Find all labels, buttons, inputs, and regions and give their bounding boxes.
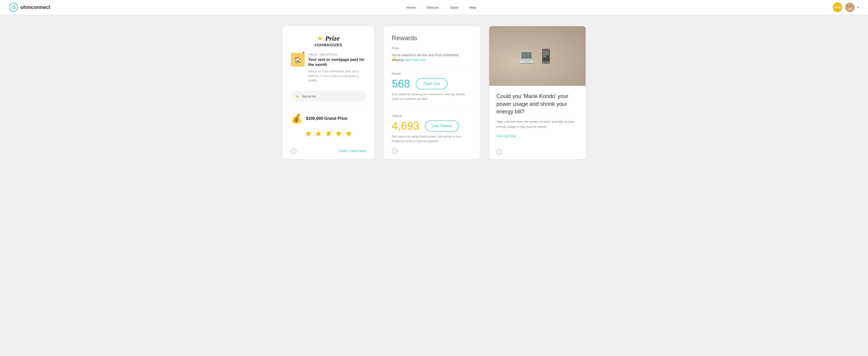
- logo[interactable]: ohmconnect: [9, 3, 50, 12]
- rewards-card-footer: ?: [392, 144, 472, 154]
- prize-date: Feb 17 - Mar 03 Prize: [308, 53, 366, 56]
- tokens-value: 4,693: [392, 121, 420, 131]
- prize-star-icon: ★: [317, 35, 323, 42]
- nav-store[interactable]: Store: [450, 5, 458, 9]
- avatar[interactable]: 🐕: [845, 2, 855, 12]
- star-5-icon: ★: [345, 129, 352, 139]
- logo-text: ohmconnect: [20, 4, 50, 10]
- tokens-desc: Get tokens by using OhmConnect. Win priz…: [392, 134, 472, 143]
- prize-help-icon[interactable]: ?: [291, 148, 297, 154]
- grand-prize-row: 💰 $100,000 Grand Prize: [291, 113, 366, 124]
- tokens-label: Tokens: [392, 114, 472, 118]
- article-card: Could you 'Marie Kondo' your power usage…: [489, 26, 586, 159]
- prize-header: ★ Prize #OHMHOURS: [291, 34, 366, 47]
- svg-point-0: [9, 3, 18, 11]
- points-label: Points: [392, 72, 472, 75]
- prize-section-label: Prize: [392, 46, 472, 50]
- prize-desc: Beat your Prize #OhmHour goal, get a ref…: [308, 69, 366, 83]
- nav-help[interactable]: Help: [469, 5, 476, 9]
- star-1-icon: ★: [304, 129, 312, 139]
- rewards-divider-2: [392, 109, 472, 109]
- use-tokens-button[interactable]: Use Tokens: [425, 121, 459, 131]
- prize-divider: [291, 109, 366, 109]
- star-4-icon: ★: [335, 129, 343, 139]
- nav-chevron-icon[interactable]: ▾: [858, 6, 859, 9]
- prize-icon: 🏠: [291, 53, 305, 67]
- youre-in-badge: ★ You're in!: [291, 91, 366, 102]
- navbar: ohmconnect Home Devices Store Help Gold …: [0, 0, 868, 15]
- prize-title: Prize: [325, 34, 340, 42]
- nav-links: Home Devices Store Help: [407, 5, 476, 9]
- prize-name: Your rent or mortgage paid for the month: [308, 57, 366, 67]
- article-body: Could you 'Marie Kondo' your power usage…: [489, 86, 586, 159]
- article-card-footer: ?: [497, 145, 578, 155]
- prize-card: ★ Prize #OHMHOURS 🏠 Feb 17 - Mar 03 Priz…: [283, 26, 374, 159]
- money-bag-icon: 💰: [291, 113, 302, 124]
- prize-title-row: ★ Prize: [291, 34, 366, 42]
- rewards-title: Rewards: [392, 34, 472, 42]
- nav-right: Gold 🐕 ▾: [833, 2, 859, 12]
- points-row: 568 Cash Out: [392, 78, 472, 89]
- points-value: 568: [392, 78, 410, 89]
- rewards-help-icon[interactable]: ?: [392, 148, 397, 154]
- prize-info: Feb 17 - Mar 03 Prize Your rent or mortg…: [308, 53, 366, 83]
- prize-card-footer: ? Learn more here: [291, 145, 366, 154]
- prize-date-row: 🏠 Feb 17 - Mar 03 Prize Your rent or mor…: [291, 53, 366, 83]
- grand-prize-text: $100,000 Grand Prize: [306, 116, 347, 121]
- stars-row: ★ ★ ★ ★ ★: [291, 129, 366, 139]
- gold-badge[interactable]: Gold: [833, 2, 842, 12]
- article-help-icon[interactable]: ?: [497, 149, 502, 155]
- youre-in-star-icon: ★: [296, 94, 300, 99]
- prize-hashtag: #OHMHOURS: [291, 43, 366, 47]
- star-2-icon: ★: [314, 129, 322, 139]
- nav-devices[interactable]: Devices: [427, 5, 439, 9]
- article-title: Could you 'Marie Kondo' your power usage…: [497, 92, 578, 116]
- article-image: [489, 26, 586, 86]
- article-desc: Take a lesson from the queen of clean an…: [497, 119, 578, 129]
- youre-in-text: You're in!: [302, 94, 316, 98]
- points-desc: Earn points by beating your forecast or …: [392, 92, 472, 101]
- tokens-row: 4,693 Use Tokens: [392, 121, 472, 131]
- rewards-card: Rewards Prize You're entered to win the …: [383, 26, 480, 159]
- nav-home[interactable]: Home: [407, 5, 416, 9]
- main-content: ★ Prize #OHMHOURS 🏠 Feb 17 - Mar 03 Priz…: [0, 15, 868, 171]
- cash-out-button[interactable]: Cash Out: [416, 78, 448, 89]
- learn-more-link[interactable]: Learn more here: [339, 149, 366, 153]
- article-image-scene: [489, 26, 586, 86]
- find-out-how-link[interactable]: Find out how: [497, 134, 578, 138]
- rewards-divider-1: [392, 67, 472, 67]
- star-3-icon: ★: [324, 129, 333, 139]
- ohmconnect-logo-icon: [9, 3, 18, 12]
